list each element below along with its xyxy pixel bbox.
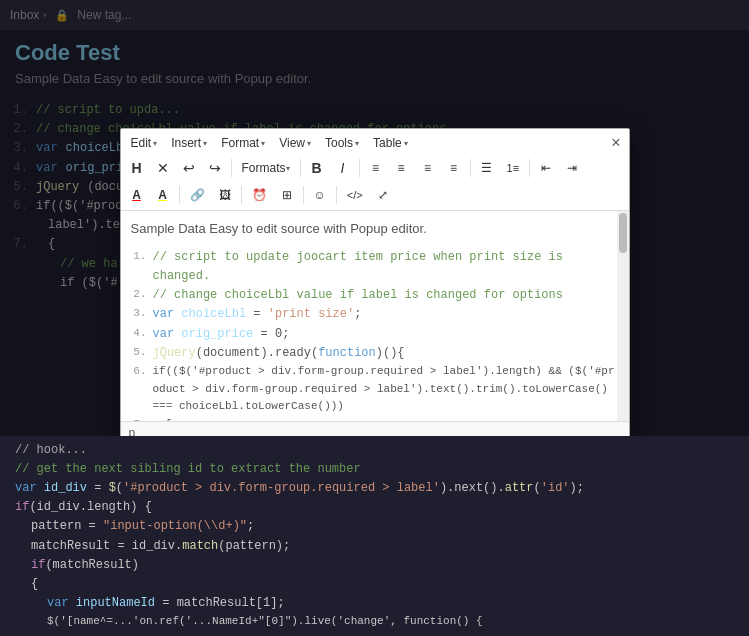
indent-button[interactable]: ⇥ — [560, 156, 584, 180]
align-center-button[interactable]: ≡ — [390, 156, 414, 180]
bg-bottom-line-9: var inputNameId = matchResult[1]; — [15, 594, 734, 613]
scrollbar-track[interactable] — [617, 211, 629, 421]
block-format-button[interactable]: H — [125, 156, 149, 180]
toolbar-sep-2 — [300, 159, 301, 177]
bold-button[interactable]: B — [305, 156, 329, 180]
bg-bottom-line-8: { — [15, 575, 734, 594]
editor-line-3: 3. var choiceLbl = 'print size'; — [131, 305, 619, 324]
special-char-button[interactable]: ⏰ — [246, 183, 273, 207]
align-justify-button[interactable]: ≡ — [442, 156, 466, 180]
second-toolbar-row: A A 🔗 🖼 ⏰ ⊞ ☺ </> ⤢ — [125, 183, 625, 207]
toolbar-sep-1 — [231, 159, 232, 177]
clear-format-button[interactable]: ✕ — [151, 156, 175, 180]
format-toolbar-row: H ✕ ↩ ↪ Formats ▾ B I ≡ ≡ ≡ ≡ ☰ — [125, 156, 625, 180]
outdent-button[interactable]: ⇤ — [534, 156, 558, 180]
toolbar-sep-7 — [241, 186, 242, 204]
emoji-button[interactable]: ☺ — [308, 183, 332, 207]
tools-chevron: ▾ — [355, 139, 359, 148]
view-chevron: ▾ — [307, 139, 311, 148]
view-menu-button[interactable]: View ▾ — [273, 133, 317, 153]
bg-bottom-line-5: pattern = "input-option(\\d+)"; — [15, 517, 734, 536]
bg-color-button[interactable]: A — [151, 183, 175, 207]
undo-button[interactable]: ↩ — [177, 156, 201, 180]
format-menu-button[interactable]: Format ▾ — [215, 133, 271, 153]
toolbar-sep-4 — [470, 159, 471, 177]
formats-chevron: ▾ — [286, 164, 290, 173]
edit-chevron: ▾ — [153, 139, 157, 148]
font-color-button[interactable]: A — [125, 183, 149, 207]
bg-bottom-line-6: matchResult = id_div.match(pattern); — [15, 537, 734, 556]
toolbar-sep-8 — [303, 186, 304, 204]
bg-bottom-line-4: if(id_div.length) { — [15, 498, 734, 517]
fullscreen-button[interactable]: ⤢ — [371, 183, 395, 207]
table-chevron: ▾ — [404, 139, 408, 148]
editor-line-4: 4. var orig_price = 0; — [131, 325, 619, 344]
toolbar-sep-9 — [336, 186, 337, 204]
menu-row: Edit ▾ Insert ▾ Format ▾ View ▾ Tools — [125, 133, 625, 153]
formats-dropdown[interactable]: Formats ▾ — [236, 156, 296, 180]
unordered-list-button[interactable]: ☰ — [475, 156, 499, 180]
ordered-list-button[interactable]: 1≡ — [501, 156, 526, 180]
link-button[interactable]: 🔗 — [184, 183, 211, 207]
align-left-button[interactable]: ≡ — [364, 156, 388, 180]
italic-button[interactable]: I — [331, 156, 355, 180]
table-menu-button[interactable]: Table ▾ — [367, 133, 414, 153]
toolbar-area: Edit ▾ Insert ▾ Format ▾ View ▾ Tools — [121, 129, 629, 211]
editor-subtitle: Sample Data Easy to edit source with Pop… — [131, 219, 619, 240]
toolbar-sep-5 — [529, 159, 530, 177]
tools-menu-button[interactable]: Tools ▾ — [319, 133, 365, 153]
format-chevron: ▾ — [261, 139, 265, 148]
editor-line-6: 6. if(($('#product > div.form-group.requ… — [131, 363, 619, 416]
bg-bottom-line-1: // hook... — [15, 441, 734, 460]
close-button[interactable]: × — [611, 135, 620, 151]
align-right-button[interactable]: ≡ — [416, 156, 440, 180]
editor-content[interactable]: Sample Data Easy to edit source with Pop… — [121, 211, 629, 421]
bg-bottom-line-2: // get the next sibling id to extract th… — [15, 460, 734, 479]
code-view-button[interactable]: </> — [341, 183, 369, 207]
bg-bottom-line-3: var id_div = $('#product > div.form-grou… — [15, 479, 734, 498]
image-button[interactable]: 🖼 — [213, 183, 237, 207]
scrollbar-thumb[interactable] — [619, 213, 627, 253]
insert-chevron: ▾ — [203, 139, 207, 148]
toolbar-sep-3 — [359, 159, 360, 177]
redo-button[interactable]: ↪ — [203, 156, 227, 180]
edit-menu-button[interactable]: Edit ▾ — [125, 133, 164, 153]
insert-menu-button[interactable]: Insert ▾ — [165, 133, 213, 153]
bg-bottom-line-10: $('[name^=...'on.ref('...NameId+"[0]").l… — [15, 613, 734, 631]
table-button[interactable]: ⊞ — [275, 183, 299, 207]
bg-bottom-code: // hook... // get the next sibling id to… — [0, 436, 749, 636]
editor-line-7: 7. { — [131, 416, 619, 421]
toolbar-sep-6 — [179, 186, 180, 204]
editor-line-1: 1. // script to update joocart item pric… — [131, 248, 619, 286]
editor-line-5: 5. jQuery(document).ready(function)(){ — [131, 344, 619, 363]
editor-line-2: 2. // change choiceLbl value if label is… — [131, 286, 619, 305]
bg-bottom-line-7: if(matchResult) — [15, 556, 734, 575]
